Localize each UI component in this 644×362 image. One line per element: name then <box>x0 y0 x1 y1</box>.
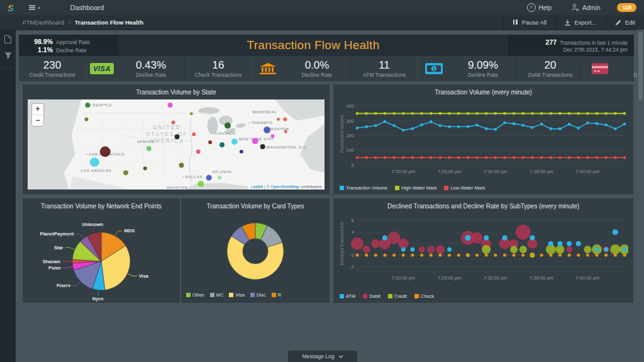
export-button[interactable]: Export... <box>555 15 605 30</box>
legend-item[interactable]: Credit <box>388 293 407 299</box>
map-data-dot[interactable] <box>123 170 128 175</box>
series-point <box>558 112 562 115</box>
map-data-dot[interactable] <box>90 157 99 167</box>
map-data-dot[interactable] <box>168 103 173 108</box>
chevron-down-icon: ▾ <box>38 6 40 10</box>
admin-user-button[interactable]: Admin <box>571 4 600 11</box>
map-container[interactable]: UNITEDSTATES OFAMERICASEATTLEMONTREALTOR… <box>28 99 325 189</box>
series-point <box>356 112 359 115</box>
map-data-dot[interactable] <box>225 122 231 128</box>
kpi-row: 230 Credit Transactions VISA 0.43% Decli… <box>19 56 634 81</box>
filter-icon[interactable] <box>4 52 12 59</box>
check-txn-value: 16 <box>185 60 252 71</box>
legend-item[interactable]: Transaction Volume <box>340 185 387 191</box>
us-map[interactable]: UNITEDSTATES OFAMERICASEATTLEMONTREALTOR… <box>28 99 325 189</box>
hamburger-menu-button[interactable]: ▾ <box>29 5 40 10</box>
bubble-point <box>586 254 589 257</box>
edit-button[interactable]: Edit <box>606 15 644 30</box>
map-data-dot[interactable] <box>84 118 88 122</box>
series-point <box>430 120 433 123</box>
legend-item[interactable]: Visa <box>229 292 244 298</box>
legend-item[interactable]: Debit <box>363 293 380 299</box>
legend-label: High-Water Mark <box>401 185 436 191</box>
map-data-dot[interactable] <box>85 103 90 108</box>
legend-swatch <box>272 293 276 297</box>
bubble-point <box>430 254 433 257</box>
city-marker-dot <box>213 133 214 134</box>
map-city-label: ATLANTA <box>212 170 231 174</box>
top-bar: S ▾ Dashboard ? Help Admin 118 <box>0 0 644 15</box>
map-data-dot[interactable] <box>179 163 184 168</box>
volume-line-chart-panel: Transaction Volume (every minute) 010020… <box>333 84 633 195</box>
map-data-dot[interactable] <box>283 118 287 122</box>
legend-item[interactable]: Disc <box>250 292 266 298</box>
series-point <box>384 156 387 159</box>
series-point <box>392 124 396 127</box>
map-data-dot[interactable] <box>277 118 280 121</box>
map-data-dot[interactable] <box>252 138 258 144</box>
map-data-dot[interactable] <box>196 149 201 154</box>
series-point <box>522 112 525 115</box>
city-marker-dot <box>286 128 287 130</box>
legend-item[interactable]: ATM <box>340 293 355 299</box>
legend-item[interactable]: MC <box>210 292 224 298</box>
notification-badge[interactable]: 118 <box>617 3 636 12</box>
map-data-dot[interactable] <box>271 134 275 138</box>
bubble-point <box>604 254 608 257</box>
series-point <box>513 156 516 159</box>
y-tick-label: 300 <box>346 118 354 124</box>
series-line <box>357 122 625 130</box>
map-data-dot[interactable] <box>219 142 225 147</box>
map-data-dot[interactable] <box>264 127 270 133</box>
zoom-in-button[interactable]: + <box>32 104 43 115</box>
series-point <box>392 156 396 159</box>
map-data-dot[interactable] <box>206 175 212 181</box>
series-point <box>577 112 580 115</box>
series-point <box>494 156 497 159</box>
help-button[interactable]: ? Help <box>527 3 552 12</box>
bubble-point <box>382 235 387 240</box>
series-point <box>420 112 423 115</box>
map-data-dot[interactable] <box>208 140 212 144</box>
txn-count-label: Transactions in last 1 minute <box>560 40 628 46</box>
legend-label: ATM <box>346 293 355 299</box>
series-point <box>475 112 479 115</box>
map-data-dot[interactable] <box>197 181 204 187</box>
map-data-dot[interactable] <box>147 146 152 151</box>
map-data-dot[interactable] <box>240 150 243 154</box>
scrollbar-thumb[interactable] <box>638 31 643 101</box>
osm-link[interactable]: OpenStreetMap <box>270 184 299 189</box>
document-icon[interactable] <box>4 35 11 43</box>
breadcrumb-root-link[interactable]: FTMDashboard <box>23 19 64 26</box>
message-log-button[interactable]: Message Log <box>288 351 357 362</box>
map-data-dot[interactable] <box>175 134 180 139</box>
map-panel: Transaction Volume by State <box>23 84 330 195</box>
legend-item[interactable]: R <box>272 292 281 298</box>
legend-item[interactable]: High-Water Mark <box>395 185 436 191</box>
bubble-point <box>604 247 608 252</box>
map-data-dot[interactable] <box>143 167 147 171</box>
legend-item[interactable]: Check <box>414 293 434 299</box>
series-point <box>513 112 516 115</box>
legend-item[interactable]: Low-Water Mark <box>444 185 485 191</box>
map-data-dot[interactable] <box>284 130 287 133</box>
dashboard-header: 98.9% Approval Rate 1.1% Decline Rate Tr… <box>19 35 634 81</box>
pause-all-button[interactable]: Pause All <box>503 15 556 30</box>
map-data-dot[interactable] <box>172 121 175 125</box>
series-point <box>384 120 387 123</box>
map-data-dot[interactable] <box>218 176 221 179</box>
leaflet-link[interactable]: Leaflet <box>251 184 264 189</box>
map-data-dot[interactable] <box>100 146 111 157</box>
zoom-out-button[interactable]: − <box>32 115 43 126</box>
map-data-dot[interactable] <box>192 132 196 136</box>
help-label: Help <box>539 4 552 11</box>
series-point <box>402 156 405 159</box>
series-point <box>550 156 553 159</box>
legend-item[interactable]: Other <box>186 292 204 298</box>
map-data-dot[interactable] <box>190 112 193 115</box>
map-data-dot[interactable] <box>231 139 238 145</box>
series-point <box>356 127 359 130</box>
bubble-point <box>567 241 572 246</box>
app-logo-icon[interactable]: S <box>8 3 14 13</box>
map-data-dot[interactable] <box>260 144 265 149</box>
